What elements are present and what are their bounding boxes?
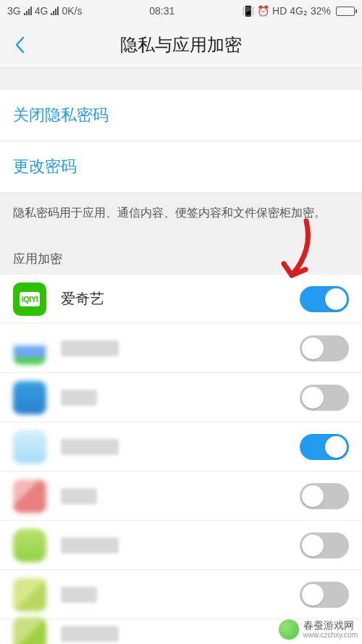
battery-pct: 32% <box>311 5 331 17</box>
watermark-line2: www.czchxy.com <box>303 631 358 639</box>
app-icon <box>13 381 46 414</box>
app-encryption-section-label: 应用加密 <box>0 233 362 275</box>
network-4g-label: 4G <box>35 5 49 17</box>
app-name-label <box>61 488 300 504</box>
signal-bars-icon <box>51 7 59 15</box>
app-name-label <box>61 587 300 603</box>
app-encryption-toggle[interactable] <box>300 385 349 411</box>
app-icon <box>13 430 46 464</box>
back-button[interactable] <box>9 30 30 59</box>
toggle-knob <box>302 387 324 409</box>
app-row <box>0 521 362 570</box>
alarm-icon: ⏰ <box>257 5 269 17</box>
toggle-knob <box>325 436 347 458</box>
app-row: iQIYI爱奇艺 <box>0 275 362 324</box>
app-name-label <box>61 340 300 356</box>
privacy-description: 隐私密码用于应用、通信内容、便签内容和文件保密柜加密。 <box>0 193 362 233</box>
app-icon <box>13 480 46 513</box>
app-icon: iQIYI <box>13 283 46 316</box>
app-name-label <box>61 439 300 455</box>
net-mode: 4G₂ <box>290 5 308 17</box>
app-encryption-list: iQIYI爱奇艺 <box>0 275 362 644</box>
status-right: 📳 ⏰ HD 4G₂ 32% <box>242 5 355 17</box>
status-left: 3G 4G 0K/s <box>7 5 82 17</box>
status-bar: 3G 4G 0K/s 08:31 📳 ⏰ HD 4G₂ 32% <box>0 0 362 22</box>
watermark-line1: 春蚕游戏网 <box>303 620 358 631</box>
app-name-label <box>61 538 300 553</box>
app-encryption-toggle[interactable] <box>300 434 349 460</box>
app-icon <box>13 332 46 365</box>
toggle-knob <box>302 584 324 606</box>
app-encryption-toggle[interactable] <box>300 532 349 559</box>
app-row <box>0 373 362 422</box>
app-name-label: 爱奇艺 <box>61 289 300 309</box>
toggle-knob <box>302 535 324 556</box>
app-encryption-toggle[interactable] <box>300 483 349 509</box>
app-row <box>0 422 362 472</box>
page-title: 隐私与应用加密 <box>0 33 362 57</box>
watermark: 春蚕游戏网 www.czchxy.com <box>279 619 358 640</box>
signal-bars-icon <box>24 7 32 15</box>
toggle-knob <box>302 485 324 507</box>
net-speed: 0K/s <box>62 5 82 17</box>
battery-icon <box>336 7 355 16</box>
app-icon <box>13 529 46 562</box>
disable-privacy-password-link[interactable]: 关闭隐私密码 <box>0 90 362 141</box>
app-icon <box>13 617 46 645</box>
app-row <box>0 570 362 619</box>
page-header: 隐私与应用加密 <box>0 22 362 68</box>
app-row <box>0 324 362 373</box>
chevron-left-icon <box>14 36 25 54</box>
app-name-label <box>61 390 300 406</box>
network-3g-label: 3G <box>7 5 21 17</box>
toggle-knob <box>325 288 347 310</box>
clock: 08:31 <box>149 5 174 17</box>
vibrate-icon: 📳 <box>242 5 254 17</box>
watermark-logo-icon <box>279 619 299 640</box>
change-password-link[interactable]: 更改密码 <box>0 141 362 193</box>
spacer <box>0 68 362 90</box>
app-encryption-toggle[interactable] <box>300 286 349 312</box>
toggle-knob <box>302 338 324 359</box>
hd-label: HD <box>272 5 287 17</box>
app-encryption-toggle[interactable] <box>300 335 349 361</box>
app-row <box>0 472 362 521</box>
watermark-text: 春蚕游戏网 www.czchxy.com <box>303 620 358 639</box>
app-encryption-toggle[interactable] <box>300 582 349 608</box>
app-icon <box>13 578 46 611</box>
